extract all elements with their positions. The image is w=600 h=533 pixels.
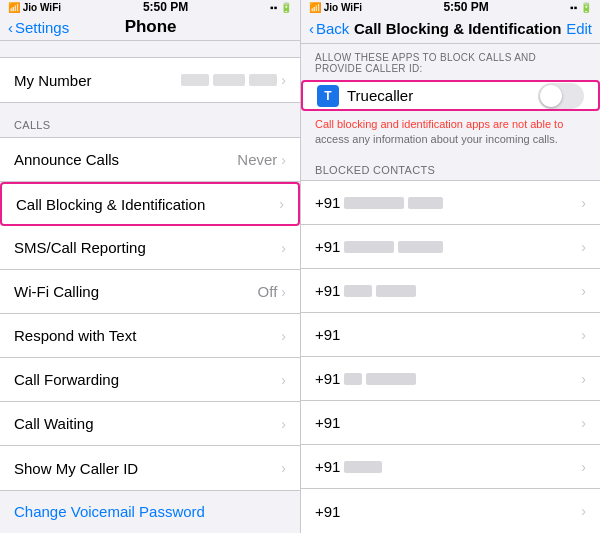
left-battery-icons: ▪▪ 🔋 [270,2,292,13]
call-forwarding-label: Call Forwarding [14,371,119,388]
info-text-red-part: Call blocking and identification apps ar… [315,118,563,130]
my-number-blur-3 [249,74,277,86]
blocked-item-2[interactable]: +91 › [301,225,600,269]
call-forwarding-right: › [281,372,286,388]
call-forwarding-item[interactable]: Call Forwarding › [0,358,300,402]
blocked-blur-3b [376,285,416,297]
my-number-item[interactable]: My Number › [0,58,300,102]
blocked-item-8[interactable]: +91 › [301,489,600,533]
wifi-calling-label: Wi-Fi Calling [14,283,99,300]
blocked-blur-3a [344,285,372,297]
right-edit-button[interactable]: Edit [566,20,592,37]
blocked-chevron-8: › [581,503,586,519]
call-blocking-right: › [279,196,284,212]
sms-call-reporting-item[interactable]: SMS/Call Reporting › [0,226,300,270]
blocked-item-1[interactable]: +91 › [301,181,600,225]
calls-list-group: Announce Calls Never › Call Blocking & I… [0,137,300,491]
blocked-blur-2a [344,241,394,253]
call-blocking-chevron: › [279,196,284,212]
blocked-number-3: +91 [315,282,416,299]
call-waiting-right: › [281,416,286,432]
truecaller-left: T Truecaller [317,85,413,107]
allow-section-header: ALLOW THESE APPS TO BLOCK CALLS AND PROV… [301,44,600,78]
call-blocking-label: Call Blocking & Identification [16,196,205,213]
blocked-blur-7a [344,461,382,473]
wifi-calling-value: Off [258,283,278,300]
blocked-chevron-1: › [581,195,586,211]
blocked-blur-1a [344,197,404,209]
right-back-label: Back [316,20,349,37]
truecaller-icon: T [317,85,339,107]
blocked-prefix-2: +91 [315,238,340,255]
blocked-item-3[interactable]: +91 › [301,269,600,313]
blocked-number-2: +91 [315,238,443,255]
blocked-item-6[interactable]: +91 › [301,401,600,445]
right-nav-bar: ‹ Back Call Blocking & Identification Ed… [301,14,600,44]
blocked-chevron-6: › [581,415,586,431]
call-forwarding-chevron: › [281,372,286,388]
left-status-bar: 📶 Jio WiFi 5:50 PM ▪▪ 🔋 [0,0,300,14]
blocked-prefix-1: +91 [315,194,340,211]
calls-section-header: CALLS [0,103,300,137]
info-text: Call blocking and identification apps ar… [301,113,600,154]
wifi-calling-item[interactable]: Wi-Fi Calling Off › [0,270,300,314]
right-battery-icons: ▪▪ 🔋 [570,2,592,13]
truecaller-row[interactable]: T Truecaller [301,80,600,111]
announce-calls-chevron: › [281,152,286,168]
right-time: 5:50 PM [443,0,488,14]
my-number-label: My Number [14,72,92,89]
blocked-prefix-3: +91 [315,282,340,299]
call-blocking-item[interactable]: Call Blocking & Identification › [0,182,300,226]
call-waiting-chevron: › [281,416,286,432]
my-number-value [181,74,277,86]
wifi-calling-right: Off › [258,283,286,300]
left-nav-title: Phone [69,17,232,37]
sms-call-reporting-chevron: › [281,240,286,256]
blocked-item-5[interactable]: +91 › [301,357,600,401]
blocked-item-7[interactable]: +91 › [301,445,600,489]
blocked-prefix-7: +91 [315,458,340,475]
toggle-knob [540,85,562,107]
blocked-number-5: +91 [315,370,416,387]
blocked-chevron-4: › [581,327,586,343]
announce-calls-item[interactable]: Announce Calls Never › [0,138,300,182]
show-caller-id-item[interactable]: Show My Caller ID › [0,446,300,490]
my-number-blur-1 [181,74,209,86]
my-number-blur-2 [213,74,245,86]
my-number-chevron: › [281,72,286,88]
blocked-number-7: +91 [315,458,382,475]
show-caller-id-chevron: › [281,460,286,476]
blocked-item-4[interactable]: +91 › [301,313,600,357]
blocked-blur-1b [408,197,443,209]
announce-calls-label: Announce Calls [14,151,119,168]
right-chevron-left-icon: ‹ [309,20,314,37]
blocked-chevron-5: › [581,371,586,387]
chevron-left-icon: ‹ [8,19,13,36]
blocked-chevron-7: › [581,459,586,475]
left-nav-bar: ‹ Settings Phone [0,14,300,41]
sms-call-reporting-right: › [281,240,286,256]
blocked-section-header: BLOCKED CONTACTS [301,154,600,180]
right-back-button[interactable]: ‹ Back [309,20,349,37]
announce-calls-value: Never [237,151,277,168]
call-waiting-label: Call Waiting [14,415,93,432]
left-back-button[interactable]: ‹ Settings [8,19,69,36]
blocked-number-6: +91 [315,414,340,431]
change-voicemail-link[interactable]: Change Voicemail Password [14,503,205,520]
my-number-group: My Number › [0,57,300,103]
show-caller-id-right: › [281,460,286,476]
blocked-number-4: +91 [315,326,340,343]
announce-calls-right: Never › [237,151,286,168]
left-time: 5:50 PM [143,0,188,14]
respond-with-text-item[interactable]: Respond with Text › [0,314,300,358]
right-status-bar: 📶 Jio WiFi 5:50 PM ▪▪ 🔋 [301,0,600,14]
call-waiting-item[interactable]: Call Waiting › [0,402,300,446]
truecaller-name: Truecaller [347,87,413,104]
blocked-prefix-8: +91 [315,503,340,520]
truecaller-toggle[interactable] [538,83,584,109]
blocked-blur-5a [344,373,362,385]
blocked-blur-2b [398,241,443,253]
my-number-right: › [181,72,286,88]
blocked-prefix-6: +91 [315,414,340,431]
right-carrier: 📶 Jio WiFi [309,2,362,13]
